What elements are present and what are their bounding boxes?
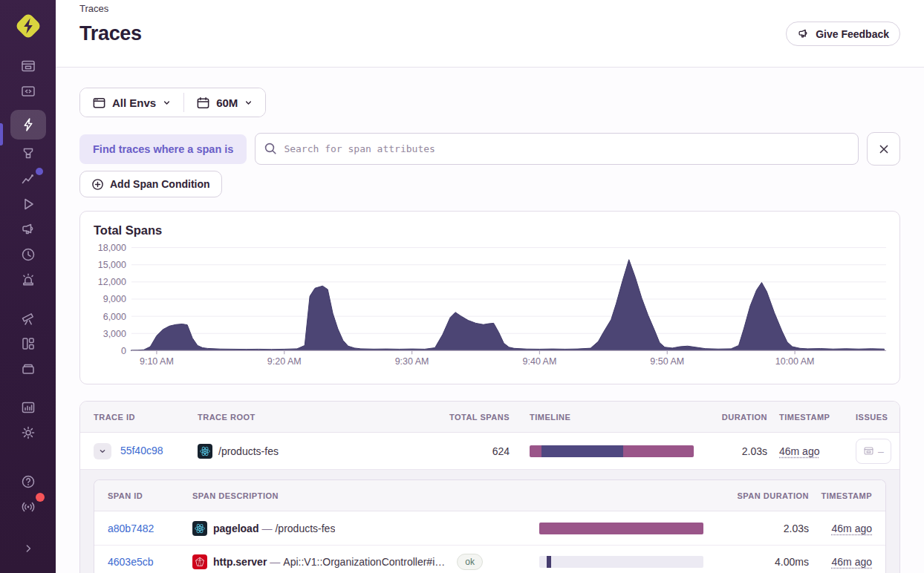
col-duration: DURATION: [705, 413, 773, 422]
content: All Envs 60M Find traces where a span is: [56, 68, 924, 573]
span-timeline: [539, 556, 703, 568]
svg-text:9:10 AM: 9:10 AM: [140, 356, 174, 367]
collapse-trace-button[interactable]: [94, 443, 111, 459]
time-range-filter[interactable]: 60M: [184, 88, 265, 117]
svg-text:9,000: 9,000: [103, 294, 126, 304]
metrics-badge-dot: [36, 168, 43, 175]
svg-text:9:20 AM: 9:20 AM: [267, 356, 302, 367]
sidebar-item-releases[interactable]: [10, 242, 46, 267]
span-duration: 4.00ms: [711, 556, 815, 568]
trace-duration: 2.03s: [705, 445, 773, 457]
react-icon: [198, 444, 212, 459]
sidebar-item-stats[interactable]: [10, 395, 46, 420]
sidebar-item-whats-new[interactable]: [10, 494, 46, 520]
breadcrumb[interactable]: Traces: [79, 3, 900, 14]
page-title: Traces: [79, 22, 142, 45]
col-trace-id: TRACE ID: [80, 413, 192, 422]
give-feedback-label: Give Feedback: [816, 28, 889, 40]
page-header: Traces Traces Give Feedback: [56, 0, 924, 68]
col-span-id: SPAN ID: [94, 491, 186, 500]
sidebar-item-profiling[interactable]: [10, 141, 46, 166]
sidebar-item-projects[interactable]: [10, 79, 46, 104]
trace-id-link[interactable]: 55f40c98: [120, 444, 163, 456]
sidebar-item-settings[interactable]: [10, 420, 46, 445]
traces-table: TRACE ID TRACE ROOT TOTAL SPANS TIMELINE…: [79, 401, 900, 573]
issues-icon: [863, 445, 874, 456]
time-range-filter-label: 60M: [216, 96, 238, 109]
add-span-condition-button[interactable]: Add Span Condition: [79, 171, 222, 197]
svg-text:3,000: 3,000: [103, 329, 126, 339]
issues-icon: [20, 58, 36, 74]
code-folder-icon: [20, 83, 36, 99]
find-traces-label: Find traces where a span is: [79, 134, 247, 164]
traces-table-header: TRACE ID TRACE ROOT TOTAL SPANS TIMELINE…: [80, 402, 899, 433]
col-span-duration: SPAN DURATION: [711, 491, 815, 500]
query-builder-row: Find traces where a span is: [79, 132, 900, 166]
sidebar-item-alerts[interactable]: [10, 267, 46, 292]
sidebar-item-replays[interactable]: [10, 191, 46, 217]
sidebar-item-traces[interactable]: [10, 110, 46, 140]
total-spans-area-chart[interactable]: 9:10 AM9:20 AM9:30 AM9:40 AM9:50 AM10:00…: [80, 212, 899, 384]
chevron-down-icon: [162, 98, 172, 108]
sidebar-item-discover[interactable]: [10, 306, 46, 331]
trace-issues-badge[interactable]: –: [856, 439, 891, 464]
play-icon: [20, 196, 36, 212]
clock-icon: [20, 246, 36, 263]
col-timestamp: TIMESTAMP: [773, 413, 850, 422]
give-feedback-button[interactable]: Give Feedback: [786, 22, 900, 46]
span-op-separator: —: [270, 556, 280, 568]
plus-circle-icon: [91, 178, 104, 191]
sidebar-item-dashboards[interactable]: [10, 331, 46, 356]
trace-root-name: /products-fes: [218, 445, 279, 457]
col-total-spans: TOTAL SPANS: [426, 413, 515, 422]
bar-stats-icon: [20, 399, 36, 416]
trace-timeline: [530, 445, 694, 457]
megaphone-icon: [797, 27, 810, 40]
chart-line-icon: [20, 171, 36, 187]
span-status-badge: ok: [457, 554, 483, 570]
expanded-spans-zone: SPAN ID SPAN DESCRIPTION SPAN DURATION T…: [80, 469, 899, 573]
sentry-logo[interactable]: [13, 10, 44, 42]
chevron-down-icon: [98, 447, 107, 456]
filter-bar: All Envs 60M: [79, 88, 266, 117]
sidebar-item-crons[interactable]: [10, 356, 46, 382]
trace-timestamp[interactable]: 46m ago: [779, 445, 819, 457]
svg-text:15,000: 15,000: [98, 260, 126, 270]
help-icon: [20, 474, 36, 490]
close-icon: [876, 142, 891, 157]
sidebar-item-issues[interactable]: [10, 53, 46, 79]
profiling-icon: [20, 145, 36, 162]
siren-icon: [20, 272, 36, 288]
environment-filter-label: All Envs: [112, 96, 156, 109]
archive-box-icon: [20, 361, 36, 377]
dashboard-icon: [20, 335, 36, 352]
span-attributes-search-input[interactable]: [255, 133, 859, 165]
whats-new-badge-dot: [36, 493, 45, 502]
span-timestamp[interactable]: 46m ago: [832, 523, 872, 534]
col-span-timestamp: TIMESTAMP: [815, 491, 885, 500]
sidebar-item-help[interactable]: [10, 469, 46, 494]
trace-issues-count: –: [878, 445, 884, 457]
react-icon: [192, 521, 207, 536]
sidebar-item-feedback[interactable]: [10, 217, 46, 242]
span-timestamp[interactable]: 46m ago: [832, 556, 872, 568]
trace-row: 55f40c98 /products-fes 624 2.03s 46m ago…: [80, 433, 899, 469]
span-id-link[interactable]: a80b7482: [108, 523, 154, 534]
sidebar-collapse-button[interactable]: [10, 536, 46, 561]
svg-text:0: 0: [121, 346, 126, 356]
trace-total-spans: 624: [426, 445, 515, 457]
svg-text:12,000: 12,000: [98, 277, 126, 287]
span-timeline: [539, 523, 703, 534]
svg-text:9:40 AM: 9:40 AM: [523, 356, 557, 367]
clear-query-button[interactable]: [867, 132, 900, 166]
span-row: 4603e5cb http.server—Api::V1::Organizati…: [94, 545, 885, 573]
svg-text:6,000: 6,000: [103, 312, 126, 322]
search-icon: [264, 142, 277, 158]
span-duration: 2.03s: [711, 523, 815, 534]
total-spans-chart-panel: Total Spans 9:10 AM9:20 AM9:30 AM9:40 AM…: [79, 211, 900, 384]
span-id-link[interactable]: 4603e5cb: [108, 556, 154, 568]
sidebar-item-metrics[interactable]: [10, 166, 46, 191]
col-span-description: SPAN DESCRIPTION: [186, 491, 525, 500]
environment-filter[interactable]: All Envs: [80, 88, 183, 117]
svg-text:18,000: 18,000: [98, 243, 126, 253]
